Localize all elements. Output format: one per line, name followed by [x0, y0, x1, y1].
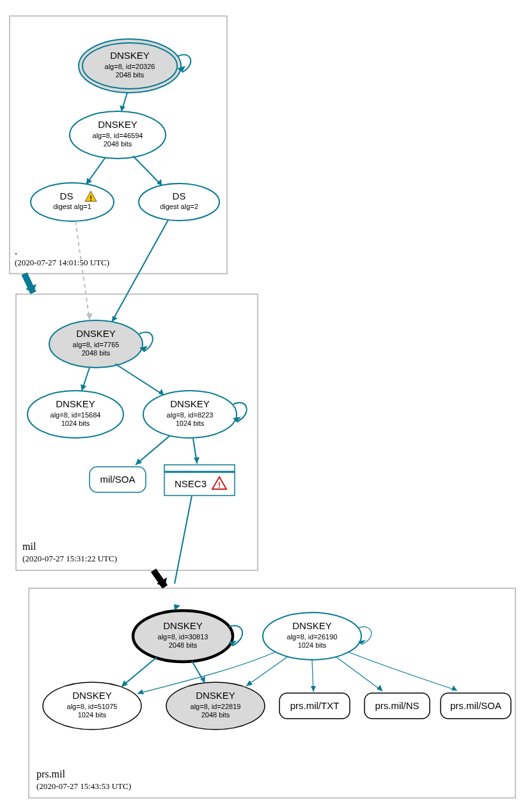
svg-point-19: [139, 183, 219, 221]
node-prs-zsk1: DNSKEY alg=8, id=26190 1024 bits: [263, 613, 361, 660]
svg-text:alg=8, id=51075: alg=8, id=51075: [67, 703, 118, 710]
svg-text:1024 bits: 1024 bits: [61, 419, 90, 427]
svg-text:2048 bits: 2048 bits: [116, 71, 145, 79]
svg-line-45: [115, 364, 164, 395]
svg-marker-18: [86, 178, 92, 184]
svg-text:2048 bits: 2048 bits: [104, 140, 132, 148]
node-nsec3: NSEC3 !: [164, 465, 235, 496]
node-mil-soa: mil/SOA: [90, 467, 146, 492]
svg-text:DS: DS: [60, 191, 74, 201]
svg-text:alg=8, id=7765: alg=8, id=7765: [73, 341, 120, 348]
svg-marker-96: [451, 685, 457, 691]
node-prs-key3: DNSKEY alg=8, id=51075 1024 bits: [43, 682, 141, 730]
svg-text:DS: DS: [173, 191, 186, 201]
node-prs-ksk: DNSKEY alg=8, id=30813 2048 bits: [133, 611, 233, 662]
svg-text:1024 bits: 1024 bits: [78, 711, 107, 719]
svg-marker-57: [194, 457, 200, 464]
svg-point-12: [31, 183, 114, 221]
zone-root-label: .: [15, 246, 17, 256]
svg-line-75: [121, 657, 157, 687]
svg-line-32: [112, 220, 168, 322]
svg-text:1024 bits: 1024 bits: [298, 641, 327, 649]
svg-line-49: [136, 436, 169, 465]
svg-text:prs.mil/SOA: prs.mil/SOA: [450, 700, 501, 711]
zone-prs-label: prs.mil: [36, 769, 65, 780]
svg-text:DNSKEY: DNSKEY: [72, 690, 112, 701]
node-prs-soa: prs.mil/SOA: [441, 693, 511, 719]
zone-root-timestamp: (2020-07-27 14:01:50 UTC): [15, 258, 109, 267]
svg-text:alg=8, id=22819: alg=8, id=22819: [191, 703, 241, 710]
node-mil-zsk2: DNSKEY alg=8, id=8223 1024 bits: [143, 391, 237, 438]
svg-line-30: [75, 221, 90, 320]
zone-prs-timestamp: (2020-07-27 15:43:53 UTC): [36, 781, 131, 791]
svg-marker-85: [246, 680, 253, 686]
svg-text:2048 bits: 2048 bits: [201, 711, 230, 719]
node-ds1: DS digest alg=1 !: [31, 183, 114, 221]
svg-text:digest alg=1: digest alg=1: [53, 203, 91, 210]
node-root-zsk: DNSKEY alg=8, id=46594 2048 bits: [70, 111, 166, 159]
svg-marker-11: [120, 105, 125, 111]
node-prs-key4: DNSKEY alg=8, id=22819 2048 bits: [166, 682, 265, 730]
svg-marker-77: [137, 689, 144, 694]
svg-text:alg=8, id=20326: alg=8, id=20326: [105, 63, 155, 70]
svg-text:DNSKEY: DNSKEY: [56, 398, 95, 409]
svg-text:DNSKEY: DNSKEY: [110, 50, 150, 61]
svg-text:prs.mil/NS: prs.mil/NS: [375, 700, 419, 711]
node-prs-ns: prs.mil/NS: [364, 693, 430, 719]
node-mil-ksk: DNSKEY alg=8, id=7765 2048 bits: [49, 320, 143, 368]
svg-text:2048 bits: 2048 bits: [169, 641, 198, 649]
svg-text:alg=8, id=30813: alg=8, id=30813: [158, 633, 208, 641]
svg-text:1024 bits: 1024 bits: [176, 419, 205, 427]
svg-text:alg=8, id=26190: alg=8, id=26190: [287, 633, 338, 641]
svg-marker-39: [81, 384, 86, 391]
svg-text:mil/SOA: mil/SOA: [100, 474, 135, 485]
svg-marker-89: [311, 686, 316, 692]
zone-mil-label: mil: [22, 541, 36, 552]
svg-text:!: !: [218, 481, 221, 490]
node-mil-zsk1: DNSKEY alg=8, id=15684 1024 bits: [27, 391, 123, 438]
svg-text:NSEC3: NSEC3: [175, 478, 207, 489]
svg-text:DNSKEY: DNSKEY: [196, 690, 235, 701]
zone-mil-timestamp: (2020-07-27 15:31:22 UTC): [22, 554, 117, 563]
svg-text:alg=8, id=8223: alg=8, id=8223: [167, 411, 214, 419]
svg-line-22: [133, 156, 162, 185]
svg-marker-23: [157, 179, 162, 185]
node-ds2: DS digest alg=2: [139, 183, 219, 221]
node-prs-txt: prs.mil/TXT: [279, 693, 350, 719]
dnssec-graph: . (2020-07-27 14:01:50 UTC) DNSKEY alg=8…: [0, 0, 525, 812]
svg-text:DNSKEY: DNSKEY: [76, 328, 116, 339]
svg-text:DNSKEY: DNSKEY: [292, 620, 332, 631]
svg-text:alg=8, id=15684: alg=8, id=15684: [51, 411, 101, 419]
svg-text:DNSKEY: DNSKEY: [163, 620, 203, 631]
svg-marker-76: [121, 680, 128, 687]
svg-text:!: !: [90, 194, 92, 202]
svg-text:prs.mil/TXT: prs.mil/TXT: [290, 700, 340, 711]
svg-marker-31: [86, 313, 93, 320]
svg-text:alg=8, id=46594: alg=8, id=46594: [93, 132, 143, 139]
svg-text:digest alg=2: digest alg=2: [160, 203, 198, 210]
svg-text:2048 bits: 2048 bits: [82, 349, 111, 357]
svg-text:DNSKEY: DNSKEY: [170, 398, 210, 409]
node-root-ksk: DNSKEY alg=8, id=20326 2048 bits: [79, 39, 181, 93]
svg-text:DNSKEY: DNSKEY: [98, 119, 137, 130]
